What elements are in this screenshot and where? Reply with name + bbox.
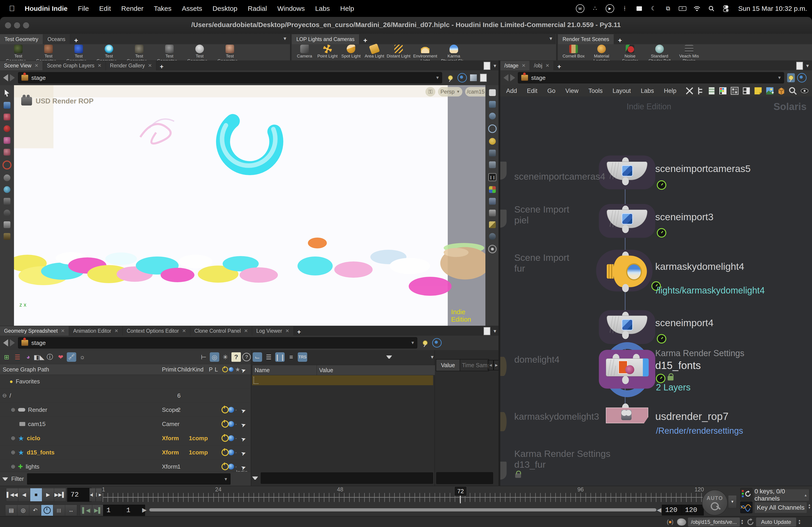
playback-range-toggle[interactable]: ↔ bbox=[65, 505, 77, 516]
tab-time-samples[interactable]: Time Samples bbox=[460, 359, 489, 371]
viewport-lock-icon[interactable]: ⚿ bbox=[425, 87, 435, 96]
node-karmaskydomelight4[interactable] bbox=[613, 256, 647, 287]
nav-back-icon[interactable] bbox=[504, 74, 508, 81]
range-end-field[interactable]: 120 bbox=[662, 505, 683, 515]
range-handle-left[interactable]: ▶ bbox=[142, 507, 147, 513]
jump-start-button[interactable]: ▌◀◀ bbox=[6, 488, 18, 501]
shelf-divider[interactable] bbox=[290, 34, 292, 60]
tab-value[interactable]: Value bbox=[436, 359, 460, 371]
close-icon[interactable]: ✕ bbox=[61, 328, 65, 334]
follow-playbar-toggle[interactable]: ▤ bbox=[5, 505, 17, 516]
node-info-label[interactable]: /lights/karmaskydomelight4 bbox=[656, 285, 765, 296]
help-clipboard-icon[interactable]: ? bbox=[231, 352, 241, 362]
close-icon[interactable]: ✕ bbox=[34, 63, 39, 68]
pane-window-icon[interactable] bbox=[483, 327, 490, 335]
view-tool-icon[interactable] bbox=[4, 210, 10, 216]
viewport[interactable]: USD Render ROP ⚿ Persp▼ /cam15▼ Indie Ed… bbox=[0, 85, 499, 326]
nav-back-icon[interactable] bbox=[3, 74, 8, 81]
scroll-left-icon[interactable]: ◀ bbox=[488, 360, 494, 370]
shade-mode-icon[interactable] bbox=[489, 210, 496, 216]
tab-render-gallery[interactable]: Render Gallery✕ bbox=[106, 61, 156, 70]
pin-pane-icon[interactable] bbox=[447, 73, 454, 82]
tree-list-icon[interactable] bbox=[697, 87, 705, 95]
sliders-icon[interactable]: ◧◣ bbox=[34, 352, 44, 362]
col-name-header[interactable]: Name bbox=[252, 365, 318, 375]
shelf-dropdown-icon[interactable]: ▼ bbox=[549, 36, 553, 41]
visibility-toggle[interactable] bbox=[228, 407, 234, 413]
visibility-toggle[interactable] bbox=[228, 435, 234, 441]
visibility-toggle[interactable] bbox=[228, 421, 234, 427]
update-mode-selector[interactable]: Auto Update bbox=[756, 517, 796, 527]
tree-row-d15-fonts[interactable]: ⊕★d15_fonts Xform1comp ·➤ bbox=[0, 446, 251, 460]
table-filter-icon[interactable] bbox=[386, 356, 392, 359]
activate-toggle[interactable] bbox=[221, 406, 229, 413]
close-icon[interactable]: ✕ bbox=[285, 328, 289, 334]
close-icon[interactable]: ✕ bbox=[114, 328, 118, 334]
realtime-clock-toggle[interactable] bbox=[41, 505, 53, 516]
shelf-tab-render-test-scenes[interactable]: Render Test Scenes bbox=[558, 34, 614, 44]
list-columns-icon[interactable] bbox=[708, 87, 715, 95]
close-icon[interactable]: ✕ bbox=[244, 328, 248, 334]
menu-takes[interactable]: Takes bbox=[154, 5, 171, 12]
link-target-icon[interactable] bbox=[458, 73, 467, 82]
dots-status-icon[interactable]: ∴ bbox=[591, 5, 599, 12]
node-name-label[interactable]: sceneimport4 bbox=[655, 317, 713, 328]
animation-editor-icon[interactable] bbox=[740, 501, 752, 513]
col-activate-icon[interactable] bbox=[222, 366, 228, 372]
battery-icon[interactable]: Ϝ bbox=[679, 5, 686, 12]
net-menu-go[interactable]: Go bbox=[548, 88, 555, 94]
camera-view-icon[interactable] bbox=[489, 161, 496, 168]
character-tool-icon[interactable] bbox=[4, 137, 10, 144]
net-menu-view[interactable]: View bbox=[565, 88, 579, 94]
col-star-icon[interactable]: ★ bbox=[235, 366, 241, 373]
range-handle-right[interactable]: ◀ bbox=[657, 507, 661, 513]
tab-context-options-editor[interactable]: Context Options Editor✕ bbox=[123, 326, 190, 336]
tree-row-render[interactable]: ⊕Render Scope2 ·➤ bbox=[0, 403, 251, 417]
menu-desktop[interactable]: Desktop bbox=[213, 5, 237, 12]
nav-back-icon[interactable] bbox=[3, 339, 8, 346]
auto-key-menu-button[interactable]: ▼ bbox=[728, 495, 737, 508]
auto-key-button[interactable]: AUTO bbox=[702, 490, 728, 515]
bluetooth-icon[interactable]: ᛂ bbox=[621, 5, 629, 12]
find-node-icon[interactable] bbox=[788, 87, 797, 95]
tab-animation-editor[interactable]: Animation Editor✕ bbox=[69, 326, 122, 336]
node-output-dot[interactable] bbox=[622, 177, 629, 185]
col-kind[interactable]: Kind bbox=[192, 366, 209, 373]
pane-window-icon[interactable] bbox=[483, 62, 490, 70]
tools-wrench-icon[interactable] bbox=[685, 87, 694, 95]
list-view-icon[interactable]: ☰ bbox=[264, 352, 273, 362]
net-menu-tools[interactable]: Tools bbox=[589, 88, 603, 94]
rows-view-icon[interactable]: ≡ bbox=[287, 352, 296, 362]
snapshot-icon[interactable] bbox=[489, 101, 496, 108]
node-output-dot[interactable] bbox=[622, 331, 629, 339]
node-info-label[interactable]: 2 Layers bbox=[656, 382, 691, 392]
keys-info-display[interactable]: 0 keys, 0/0 channels▲ bbox=[754, 489, 809, 501]
color-scheme-icon[interactable] bbox=[489, 186, 496, 193]
apple-menu-icon[interactable]:  bbox=[9, 4, 15, 13]
visibility-toggle[interactable] bbox=[228, 464, 234, 469]
activate-toggle[interactable] bbox=[221, 435, 229, 442]
shelf-dropdown-icon[interactable]: ▼ bbox=[282, 36, 287, 41]
link-target-icon[interactable] bbox=[797, 73, 807, 82]
menu-file[interactable]: File bbox=[78, 5, 89, 12]
range-subend-field[interactable]: 120 bbox=[682, 505, 704, 515]
page-icon[interactable] bbox=[480, 74, 487, 82]
close-icon[interactable]: ✕ bbox=[148, 63, 152, 68]
tree-row-cam15[interactable]: cam15 Camer ·➤ bbox=[0, 417, 251, 431]
prim-flags-icon[interactable]: ☰ bbox=[13, 352, 22, 362]
visibility-icon[interactable] bbox=[489, 233, 496, 240]
shelf-add-tab-button[interactable]: + bbox=[359, 36, 372, 44]
shelf-tool-cornell-box[interactable]: Cornell Box bbox=[560, 44, 588, 58]
sculpt-tool-icon[interactable] bbox=[4, 125, 10, 132]
visibility-toggle[interactable] bbox=[228, 450, 234, 455]
keyframe-display-toggle[interactable]: ||| bbox=[53, 505, 65, 516]
target-display-icon[interactable] bbox=[488, 124, 497, 133]
value-filter-input[interactable] bbox=[436, 472, 493, 484]
node-output-dot[interactable] bbox=[622, 284, 629, 292]
nav-forward-icon[interactable] bbox=[510, 74, 515, 81]
camera-selector[interactable]: /cam15▼ bbox=[465, 87, 485, 96]
shelf-divider[interactable] bbox=[556, 34, 558, 60]
menu-render[interactable]: Render bbox=[121, 5, 143, 12]
audio-toggle[interactable]: ◎ bbox=[17, 505, 29, 516]
tab-stage[interactable]: /stage✕ bbox=[500, 61, 530, 70]
